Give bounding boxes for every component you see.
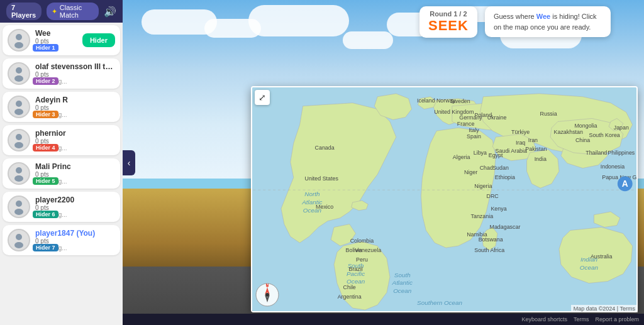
- svg-point-6: [16, 134, 22, 140]
- match-type: ✦ Classic Match: [47, 3, 99, 20]
- seek-label: SEEK: [428, 18, 469, 34]
- svg-text:Madagascar: Madagascar: [489, 224, 520, 230]
- svg-text:Sweden: Sweden: [450, 98, 470, 104]
- svg-text:Atlantic: Atlantic: [392, 279, 413, 286]
- player-card: Mali Princ0 ptsGuessing...Hider 5: [3, 158, 120, 189]
- terms-link[interactable]: Terms: [574, 316, 589, 322]
- player-avatar: [8, 62, 30, 85]
- map-expand-button[interactable]: ⤢: [255, 90, 270, 105]
- svg-text:South Africa: South Africa: [474, 247, 504, 253]
- svg-point-85: [265, 293, 269, 297]
- svg-point-11: [14, 209, 23, 215]
- player-name: player2200: [35, 196, 115, 204]
- world-map[interactable]: ⤢: [251, 86, 638, 312]
- svg-point-8: [16, 167, 22, 174]
- svg-text:Iceland: Iceland: [417, 97, 435, 104]
- player-name: Adeyin R: [35, 96, 115, 104]
- hider-button[interactable]: Hider: [82, 33, 115, 47]
- svg-point-7: [14, 142, 23, 148]
- svg-text:DRC: DRC: [487, 193, 499, 199]
- player-list: Wee0 ptsHiding...Hider 1Hider olaf steve…: [0, 23, 123, 325]
- svg-text:Venezuela: Venezuela: [355, 247, 382, 253]
- map-svg[interactable]: North Atlantic Ocean South Pacific Ocean…: [252, 87, 636, 311]
- hider-name-highlight: Wee: [536, 13, 550, 20]
- keyboard-shortcuts-link[interactable]: Keyboard shortcts: [521, 316, 567, 322]
- svg-text:Iraq: Iraq: [516, 140, 525, 146]
- svg-text:Philippines: Philippines: [608, 150, 635, 156]
- svg-point-5: [14, 109, 23, 115]
- player-avatar: [8, 162, 30, 185]
- compass: N: [255, 282, 280, 307]
- svg-text:Japan: Japan: [614, 124, 629, 131]
- player-name: Mali Princ: [35, 162, 115, 171]
- svg-text:Iran: Iran: [528, 137, 538, 143]
- hider-badge: Hider 5: [33, 177, 58, 185]
- sound-icon[interactable]: 🔊: [104, 6, 116, 18]
- svg-text:North: North: [304, 190, 320, 197]
- round-box: Round 1 / 2 SEEK: [419, 6, 477, 38]
- svg-text:India: India: [535, 156, 547, 162]
- player-avatar: [8, 196, 30, 218]
- svg-text:Russia: Russia: [540, 111, 557, 117]
- map-attribution: Map data ©2024 | Terms: [571, 305, 638, 312]
- svg-point-2: [16, 67, 22, 74]
- svg-text:South: South: [394, 272, 411, 278]
- svg-text:Ethiopia: Ethiopia: [495, 174, 515, 180]
- svg-text:Libya: Libya: [474, 150, 487, 156]
- round-label: Round 1 / 2: [430, 10, 467, 18]
- svg-point-1: [14, 42, 23, 48]
- hider-badge: Hider 2: [33, 77, 58, 85]
- svg-text:France: France: [457, 121, 475, 127]
- report-link[interactable]: Report a problem: [595, 316, 639, 322]
- player-panel: 7 Players ✦ Classic Match 🔊 Wee0 ptsHidi…: [0, 0, 123, 325]
- svg-text:United States: United States: [305, 175, 339, 182]
- instruction-box: Guess where Wee is hiding! Click on the …: [485, 6, 611, 37]
- svg-text:South Korea: South Korea: [589, 132, 619, 138]
- svg-text:Botswana: Botswana: [479, 236, 503, 243]
- svg-text:Colombia: Colombia: [350, 238, 374, 244]
- svg-text:Niger: Niger: [464, 169, 477, 175]
- bottom-bar: Keyboard shortcts Terms Report a problem: [123, 314, 644, 325]
- player-card: player1847 (You)0 ptsGuessing...Hider 7: [3, 225, 120, 255]
- player-card: Adeyin R0 ptsGuessing...Hider 3: [3, 92, 120, 122]
- svg-text:Ocean: Ocean: [393, 287, 412, 294]
- player-name: phernior: [35, 129, 115, 138]
- svg-text:Tanzania: Tanzania: [471, 213, 494, 219]
- collapse-panel-button[interactable]: ‹: [123, 150, 135, 175]
- svg-text:Canada: Canada: [315, 145, 335, 151]
- svg-text:Algeria: Algeria: [453, 154, 470, 160]
- svg-text:China: China: [575, 137, 590, 143]
- svg-text:Italy: Italy: [469, 127, 479, 133]
- svg-text:Saudi Arabia: Saudi Arabia: [496, 148, 527, 154]
- player-card: olaf stevensson III the great t0 ptsGues…: [3, 58, 120, 89]
- player-card: phernior0 ptsGuessing...Hider 4: [3, 125, 120, 155]
- svg-text:United Kingdom: United Kingdom: [434, 109, 474, 115]
- svg-text:Chad: Chad: [480, 165, 493, 171]
- svg-text:Argentina: Argentina: [338, 294, 362, 300]
- svg-text:Peru: Peru: [356, 256, 368, 263]
- svg-text:Indonesia: Indonesia: [601, 163, 625, 170]
- cloud: [248, 5, 349, 36]
- svg-text:Kazakhstan: Kazakhstan: [554, 129, 583, 135]
- street-view: Round 1 / 2 SEEK Guess where Wee is hidi…: [123, 0, 644, 325]
- players-count: 7 Players: [6, 3, 42, 20]
- svg-text:Spain: Spain: [467, 133, 481, 140]
- svg-text:Southern Ocean: Southern Ocean: [417, 299, 462, 306]
- star-icon: ✦: [52, 8, 57, 16]
- hider-badge: Hider 4: [33, 144, 58, 151]
- svg-point-9: [14, 175, 23, 182]
- svg-text:Mongolia: Mongolia: [574, 123, 597, 129]
- svg-point-13: [14, 242, 23, 248]
- player-name: player1847 (You): [35, 229, 115, 238]
- hider-badge: Hider 1: [33, 44, 58, 52]
- svg-text:Thailand: Thailand: [586, 150, 607, 156]
- cloud: [343, 31, 393, 49]
- svg-text:Türkiye: Türkiye: [511, 129, 530, 135]
- player-name: olaf stevensson III the great t: [35, 62, 115, 71]
- svg-point-12: [16, 234, 22, 240]
- svg-point-4: [16, 101, 22, 107]
- svg-text:N: N: [265, 283, 269, 287]
- player-card: player22000 ptsGuessing...Hider 6: [3, 192, 120, 222]
- svg-text:Brazil: Brazil: [348, 266, 362, 272]
- player-avatar: [8, 96, 30, 118]
